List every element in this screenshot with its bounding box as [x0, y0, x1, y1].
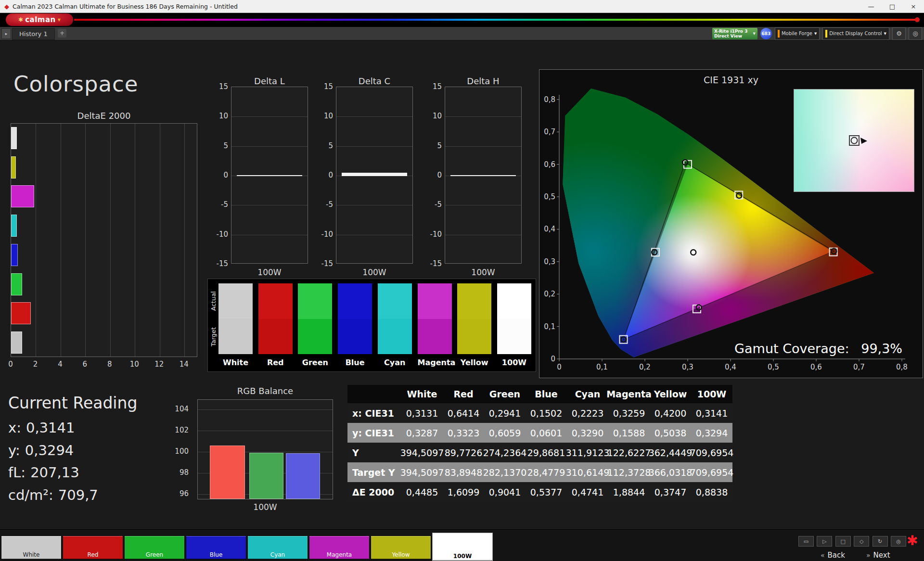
delta-gridline: [445, 205, 521, 205]
table-cell: 83,8948: [443, 462, 484, 482]
pattern-icon-button[interactable]: ◇: [854, 536, 869, 547]
settings-gear-icon[interactable]: ⚙: [892, 27, 906, 40]
current-reading-title: Current Reading: [8, 394, 137, 412]
loop-icon-button[interactable]: ↻: [873, 536, 888, 547]
table-cell: 362,4449: [650, 443, 691, 462]
next-icon: »: [866, 551, 871, 559]
deltae-x-axis: 02468101214: [11, 360, 203, 370]
reading-cdm2: cd/m²:709,7: [8, 487, 98, 503]
deltae-gridline: [36, 124, 36, 357]
chart-title: Delta H: [445, 76, 522, 86]
back-icon: «: [821, 551, 825, 559]
table-row-label: ΔE 2000: [347, 482, 401, 502]
play-icon-button[interactable]: ▷: [817, 536, 832, 547]
table-cell: 0,0601: [526, 423, 567, 443]
patch-button-magenta[interactable]: Magenta: [309, 536, 370, 560]
deltae-gridline: [61, 124, 61, 357]
meter-select-button[interactable]: X-Rite i1Pro 3 Direct View ▼: [712, 28, 757, 39]
power-icon[interactable]: ◎: [909, 27, 922, 40]
swatch-target: [218, 319, 253, 354]
tab-scroll-button[interactable]: ▸: [1, 28, 11, 39]
patch-label: White: [1, 551, 61, 558]
deltae-xtick: 14: [180, 360, 189, 369]
patch-button-red[interactable]: Red: [63, 536, 123, 560]
swatch-name: Red: [258, 358, 293, 367]
swatch-actual: [258, 283, 293, 319]
layout-icon-button[interactable]: ▭: [798, 536, 814, 547]
actual-row-label: Actual: [209, 283, 217, 319]
table-cell: 0,6414: [443, 403, 484, 423]
deltae-chart: [11, 123, 197, 357]
rgb-ytick: 104: [175, 405, 189, 413]
patch-label: 100W: [433, 553, 492, 560]
table-cell: 0,4485: [401, 482, 443, 502]
swatch-target: [418, 319, 452, 354]
swatch-100w: [497, 283, 531, 354]
svg-text:0,8: 0,8: [544, 95, 555, 104]
deltae-xtick: 10: [130, 360, 139, 369]
swatch-target: [378, 319, 412, 354]
delta-bar: [342, 173, 407, 176]
delta-ytick: -10: [426, 230, 442, 239]
table-cell: 709,6954: [691, 443, 732, 462]
close-button[interactable]: ×: [903, 0, 924, 13]
deltae-bar-magenta: [11, 185, 34, 207]
delta-gridline: [336, 235, 412, 235]
tab-history-1[interactable]: History 1: [12, 28, 55, 40]
table-cell: 0,9041: [484, 482, 526, 502]
table-row-label: y: CIE31: [347, 423, 401, 443]
table-cell: 0,5038: [650, 423, 691, 443]
table-cell: 89,7726: [443, 443, 484, 462]
source-select-button[interactable]: Mobile Forge ▼: [775, 27, 820, 40]
patch-button-cyan[interactable]: Cyan: [247, 536, 308, 560]
power-icon-button[interactable]: ◎: [891, 536, 906, 547]
swatch-actual: [497, 283, 531, 319]
patch-label: Magenta: [309, 551, 369, 558]
swatch-name: Yellow: [457, 358, 491, 367]
calman-logo-menu[interactable]: ✱ calman ▼: [6, 13, 73, 26]
swatch-target: [258, 319, 293, 354]
table-cell: 0,3287: [401, 423, 443, 443]
add-tab-button[interactable]: +: [58, 29, 66, 38]
reading-x: x:0,3141: [8, 420, 75, 436]
reading-cdm2-value: 709,7: [58, 487, 98, 503]
table-row-x-cie31: x: CIE310,31310,64140,29410,15020,22230,…: [347, 403, 732, 423]
delta-ytick: 15: [318, 82, 333, 91]
table-cell: 0,2941: [484, 403, 526, 423]
patch-button-white[interactable]: White: [1, 536, 62, 560]
rgb-gridline: [198, 409, 333, 410]
maximize-button[interactable]: □: [882, 0, 903, 13]
delta-chart-plot: [336, 87, 413, 264]
patch-button-blue[interactable]: Blue: [186, 536, 246, 560]
delta-ytick: -5: [426, 200, 442, 209]
swatch-name: Blue: [338, 358, 372, 367]
chevron-down-icon: ▼: [884, 32, 886, 36]
minimize-button[interactable]: —: [860, 0, 882, 13]
patch-button-yellow[interactable]: Yellow: [371, 536, 431, 560]
chart-title: Delta L: [231, 76, 308, 86]
rgb-ytick: 98: [180, 468, 189, 477]
table-cell: 0,3259: [608, 403, 650, 423]
delta-ytick: 10: [426, 112, 442, 120]
stop-icon-button[interactable]: □: [835, 536, 851, 547]
deltae-gridline: [110, 124, 111, 357]
delta-chart-plot: [231, 87, 308, 264]
cie-whitepoint-inset: [794, 89, 914, 192]
delta-ytick: 10: [213, 112, 228, 120]
patch-button-100w[interactable]: 100W: [432, 533, 493, 561]
display-control-button[interactable]: Direct Display Control ▼: [822, 27, 889, 40]
display-control-label: Direct Display Control: [829, 31, 882, 36]
back-button[interactable]: « Back: [821, 550, 845, 561]
swatch-actual: [218, 283, 253, 319]
source-label: Mobile Forge: [782, 31, 812, 36]
patch-button-green[interactable]: Green: [124, 536, 185, 560]
delta-ytick: 5: [426, 141, 442, 150]
table-cell: 0,3294: [691, 423, 732, 443]
delta-xlabel: 100W: [231, 268, 308, 277]
table-cell: 28,4779: [526, 462, 567, 482]
table-cell: 0,1588: [608, 423, 650, 443]
deltae-gridline: [184, 124, 185, 357]
chevron-down-icon: ▼: [814, 32, 817, 36]
table-cell: 274,2364: [484, 443, 526, 462]
next-button[interactable]: » Next: [866, 550, 890, 561]
